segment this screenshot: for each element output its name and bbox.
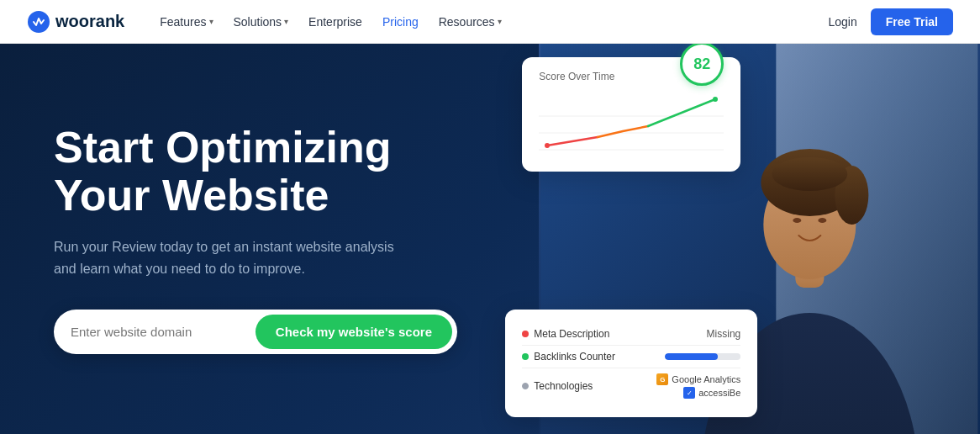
- metrics-card: Meta Description Missing Backlinks Count…: [505, 310, 757, 417]
- score-chart: [539, 91, 724, 158]
- nav-features[interactable]: Features ▾: [151, 10, 221, 34]
- svg-point-10: [819, 218, 827, 223]
- chevron-down-icon: ▾: [284, 17, 288, 26]
- status-dot-gray: [522, 383, 529, 389]
- free-trial-button[interactable]: Free Trial: [871, 8, 953, 35]
- backlinks-progress: [665, 353, 740, 360]
- metric-value-meta: Missing: [707, 328, 741, 340]
- nav-pricing[interactable]: Pricing: [374, 10, 427, 34]
- score-card: 82 Score Over Time: [522, 57, 740, 172]
- status-dot-red: [522, 331, 529, 337]
- metric-label-tech: Technologies: [522, 380, 593, 392]
- login-button[interactable]: Login: [828, 15, 856, 29]
- progress-bar-fill: [665, 353, 718, 360]
- hero-title: Start Optimizing Your Website: [54, 124, 498, 220]
- nav-enterprise[interactable]: Enterprise: [300, 10, 371, 34]
- logo-text: woorank: [55, 12, 124, 31]
- search-input[interactable]: [71, 325, 249, 339]
- tech-icons-list: G Google Analytics ✓ accessiBe: [656, 373, 740, 399]
- score-line-chart: [539, 91, 724, 158]
- svg-point-14: [545, 143, 550, 148]
- svg-point-8: [772, 157, 848, 191]
- metric-row-backlinks: Backlinks Counter: [522, 346, 740, 368]
- svg-point-15: [713, 97, 718, 102]
- logo[interactable]: woorank: [27, 10, 124, 34]
- accessibe-icon: ✓: [683, 387, 695, 399]
- hero-subtitle: Run your Review today to get an instant …: [54, 236, 407, 279]
- nav-resources[interactable]: Resources ▾: [430, 10, 510, 34]
- metric-label-backlinks: Backlinks Counter: [522, 351, 615, 363]
- google-analytics-icon: G: [656, 373, 668, 385]
- chevron-down-icon: ▾: [209, 17, 213, 26]
- svg-point-9: [793, 218, 802, 223]
- header-actions: Login Free Trial: [828, 8, 953, 35]
- tech-item-ga: G Google Analytics: [656, 373, 740, 385]
- tech-item-accessi: ✓ accessiBe: [683, 387, 740, 399]
- website-search-bar: Check my website's score: [54, 310, 457, 354]
- hero-visual: 82 Score Over Time: [539, 44, 980, 434]
- nav-solutions[interactable]: Solutions ▾: [225, 10, 298, 34]
- chevron-down-icon: ▾: [498, 17, 502, 26]
- hero-section: Start Optimizing Your Website Run your R…: [0, 44, 980, 434]
- metric-row-technologies: Technologies G Google Analytics ✓ access…: [522, 368, 740, 404]
- search-button[interactable]: Check my website's score: [256, 315, 452, 349]
- header: woorank Features ▾ Solutions ▾ Enterpris…: [0, 0, 980, 44]
- main-nav: Features ▾ Solutions ▾ Enterprise Pricin…: [151, 10, 828, 34]
- hero-content: Start Optimizing Your Website Run your R…: [0, 44, 539, 434]
- woorank-logo-icon: [27, 10, 50, 34]
- status-dot-green: [522, 353, 529, 360]
- svg-point-0: [28, 11, 50, 33]
- metric-label-meta: Meta Description: [522, 328, 609, 340]
- metric-row-meta: Meta Description Missing: [522, 323, 740, 346]
